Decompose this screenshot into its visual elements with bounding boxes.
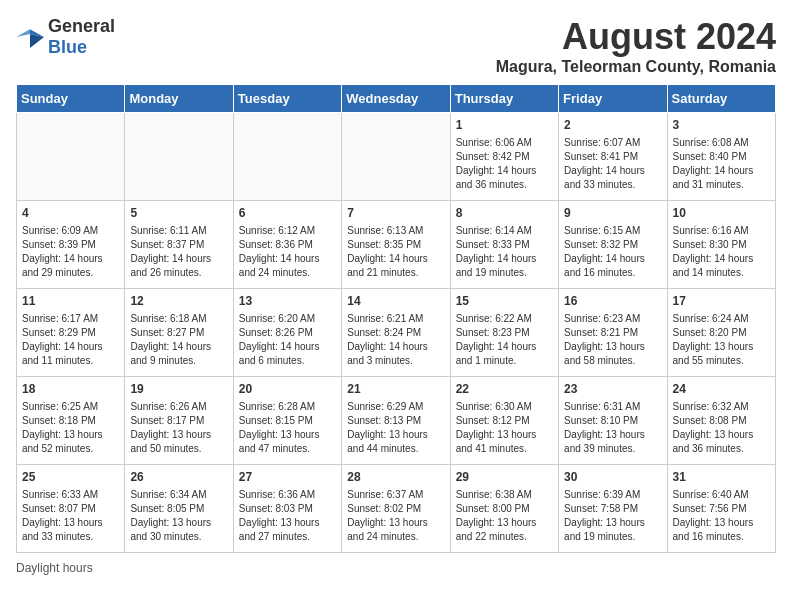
day-number: 5 bbox=[130, 205, 227, 222]
calendar-cell: 8Sunrise: 6:14 AM Sunset: 8:33 PM Daylig… bbox=[450, 201, 558, 289]
calendar-week-5: 25Sunrise: 6:33 AM Sunset: 8:07 PM Dayli… bbox=[17, 465, 776, 553]
calendar-cell: 12Sunrise: 6:18 AM Sunset: 8:27 PM Dayli… bbox=[125, 289, 233, 377]
calendar-cell: 20Sunrise: 6:28 AM Sunset: 8:15 PM Dayli… bbox=[233, 377, 341, 465]
calendar-cell: 10Sunrise: 6:16 AM Sunset: 8:30 PM Dayli… bbox=[667, 201, 775, 289]
day-info: Sunrise: 6:08 AM Sunset: 8:40 PM Dayligh… bbox=[673, 136, 770, 192]
day-number: 29 bbox=[456, 469, 553, 486]
day-number: 13 bbox=[239, 293, 336, 310]
day-number: 19 bbox=[130, 381, 227, 398]
calendar-cell: 22Sunrise: 6:30 AM Sunset: 8:12 PM Dayli… bbox=[450, 377, 558, 465]
day-info: Sunrise: 6:26 AM Sunset: 8:17 PM Dayligh… bbox=[130, 400, 227, 456]
day-info: Sunrise: 6:25 AM Sunset: 8:18 PM Dayligh… bbox=[22, 400, 119, 456]
calendar-cell: 19Sunrise: 6:26 AM Sunset: 8:17 PM Dayli… bbox=[125, 377, 233, 465]
day-info: Sunrise: 6:31 AM Sunset: 8:10 PM Dayligh… bbox=[564, 400, 661, 456]
day-info: Sunrise: 6:33 AM Sunset: 8:07 PM Dayligh… bbox=[22, 488, 119, 544]
day-info: Sunrise: 6:22 AM Sunset: 8:23 PM Dayligh… bbox=[456, 312, 553, 368]
day-info: Sunrise: 6:12 AM Sunset: 8:36 PM Dayligh… bbox=[239, 224, 336, 280]
day-info: Sunrise: 6:20 AM Sunset: 8:26 PM Dayligh… bbox=[239, 312, 336, 368]
day-number: 16 bbox=[564, 293, 661, 310]
sub-title: Magura, Teleorman County, Romania bbox=[496, 58, 776, 76]
day-number: 14 bbox=[347, 293, 444, 310]
calendar-body: 1Sunrise: 6:06 AM Sunset: 8:42 PM Daylig… bbox=[17, 113, 776, 553]
day-info: Sunrise: 6:30 AM Sunset: 8:12 PM Dayligh… bbox=[456, 400, 553, 456]
calendar-cell: 9Sunrise: 6:15 AM Sunset: 8:32 PM Daylig… bbox=[559, 201, 667, 289]
calendar-week-1: 1Sunrise: 6:06 AM Sunset: 8:42 PM Daylig… bbox=[17, 113, 776, 201]
day-info: Sunrise: 6:06 AM Sunset: 8:42 PM Dayligh… bbox=[456, 136, 553, 192]
day-info: Sunrise: 6:23 AM Sunset: 8:21 PM Dayligh… bbox=[564, 312, 661, 368]
calendar-cell: 29Sunrise: 6:38 AM Sunset: 8:00 PM Dayli… bbox=[450, 465, 558, 553]
calendar-cell bbox=[17, 113, 125, 201]
calendar-cell: 17Sunrise: 6:24 AM Sunset: 8:20 PM Dayli… bbox=[667, 289, 775, 377]
day-number: 12 bbox=[130, 293, 227, 310]
calendar-cell: 27Sunrise: 6:36 AM Sunset: 8:03 PM Dayli… bbox=[233, 465, 341, 553]
day-info: Sunrise: 6:38 AM Sunset: 8:00 PM Dayligh… bbox=[456, 488, 553, 544]
calendar-cell: 1Sunrise: 6:06 AM Sunset: 8:42 PM Daylig… bbox=[450, 113, 558, 201]
calendar-cell bbox=[125, 113, 233, 201]
day-info: Sunrise: 6:36 AM Sunset: 8:03 PM Dayligh… bbox=[239, 488, 336, 544]
calendar-cell: 28Sunrise: 6:37 AM Sunset: 8:02 PM Dayli… bbox=[342, 465, 450, 553]
calendar-cell: 5Sunrise: 6:11 AM Sunset: 8:37 PM Daylig… bbox=[125, 201, 233, 289]
weekday-header-sunday: Sunday bbox=[17, 85, 125, 113]
calendar-cell: 2Sunrise: 6:07 AM Sunset: 8:41 PM Daylig… bbox=[559, 113, 667, 201]
calendar-cell: 30Sunrise: 6:39 AM Sunset: 7:58 PM Dayli… bbox=[559, 465, 667, 553]
day-info: Sunrise: 6:14 AM Sunset: 8:33 PM Dayligh… bbox=[456, 224, 553, 280]
calendar-cell bbox=[233, 113, 341, 201]
day-info: Sunrise: 6:13 AM Sunset: 8:35 PM Dayligh… bbox=[347, 224, 444, 280]
day-info: Sunrise: 6:17 AM Sunset: 8:29 PM Dayligh… bbox=[22, 312, 119, 368]
title-block: August 2024 Magura, Teleorman County, Ro… bbox=[496, 16, 776, 76]
calendar-cell: 4Sunrise: 6:09 AM Sunset: 8:39 PM Daylig… bbox=[17, 201, 125, 289]
day-number: 25 bbox=[22, 469, 119, 486]
logo: General Blue bbox=[16, 16, 115, 58]
footer: Daylight hours bbox=[16, 561, 776, 575]
day-info: Sunrise: 6:40 AM Sunset: 7:56 PM Dayligh… bbox=[673, 488, 770, 544]
weekday-header-wednesday: Wednesday bbox=[342, 85, 450, 113]
calendar-week-2: 4Sunrise: 6:09 AM Sunset: 8:39 PM Daylig… bbox=[17, 201, 776, 289]
day-info: Sunrise: 6:07 AM Sunset: 8:41 PM Dayligh… bbox=[564, 136, 661, 192]
weekday-header-tuesday: Tuesday bbox=[233, 85, 341, 113]
day-info: Sunrise: 6:28 AM Sunset: 8:15 PM Dayligh… bbox=[239, 400, 336, 456]
day-number: 22 bbox=[456, 381, 553, 398]
day-number: 20 bbox=[239, 381, 336, 398]
day-info: Sunrise: 6:34 AM Sunset: 8:05 PM Dayligh… bbox=[130, 488, 227, 544]
day-number: 28 bbox=[347, 469, 444, 486]
calendar-week-3: 11Sunrise: 6:17 AM Sunset: 8:29 PM Dayli… bbox=[17, 289, 776, 377]
calendar-cell: 3Sunrise: 6:08 AM Sunset: 8:40 PM Daylig… bbox=[667, 113, 775, 201]
day-number: 21 bbox=[347, 381, 444, 398]
weekday-header-monday: Monday bbox=[125, 85, 233, 113]
calendar-cell: 24Sunrise: 6:32 AM Sunset: 8:08 PM Dayli… bbox=[667, 377, 775, 465]
calendar-cell bbox=[342, 113, 450, 201]
day-number: 27 bbox=[239, 469, 336, 486]
daylight-label: Daylight hours bbox=[16, 561, 93, 575]
calendar-header: SundayMondayTuesdayWednesdayThursdayFrid… bbox=[17, 85, 776, 113]
day-number: 23 bbox=[564, 381, 661, 398]
calendar-cell: 26Sunrise: 6:34 AM Sunset: 8:05 PM Dayli… bbox=[125, 465, 233, 553]
calendar-cell: 25Sunrise: 6:33 AM Sunset: 8:07 PM Dayli… bbox=[17, 465, 125, 553]
logo-general: General bbox=[48, 16, 115, 36]
day-info: Sunrise: 6:11 AM Sunset: 8:37 PM Dayligh… bbox=[130, 224, 227, 280]
day-number: 1 bbox=[456, 117, 553, 134]
day-info: Sunrise: 6:24 AM Sunset: 8:20 PM Dayligh… bbox=[673, 312, 770, 368]
calendar-cell: 13Sunrise: 6:20 AM Sunset: 8:26 PM Dayli… bbox=[233, 289, 341, 377]
day-info: Sunrise: 6:09 AM Sunset: 8:39 PM Dayligh… bbox=[22, 224, 119, 280]
day-number: 2 bbox=[564, 117, 661, 134]
day-number: 17 bbox=[673, 293, 770, 310]
day-number: 6 bbox=[239, 205, 336, 222]
day-info: Sunrise: 6:37 AM Sunset: 8:02 PM Dayligh… bbox=[347, 488, 444, 544]
calendar-week-4: 18Sunrise: 6:25 AM Sunset: 8:18 PM Dayli… bbox=[17, 377, 776, 465]
day-number: 9 bbox=[564, 205, 661, 222]
day-number: 8 bbox=[456, 205, 553, 222]
day-number: 11 bbox=[22, 293, 119, 310]
day-number: 30 bbox=[564, 469, 661, 486]
calendar-cell: 11Sunrise: 6:17 AM Sunset: 8:29 PM Dayli… bbox=[17, 289, 125, 377]
logo-blue: Blue bbox=[48, 37, 87, 57]
logo-icon bbox=[16, 26, 44, 48]
day-info: Sunrise: 6:32 AM Sunset: 8:08 PM Dayligh… bbox=[673, 400, 770, 456]
calendar-cell: 15Sunrise: 6:22 AM Sunset: 8:23 PM Dayli… bbox=[450, 289, 558, 377]
day-info: Sunrise: 6:18 AM Sunset: 8:27 PM Dayligh… bbox=[130, 312, 227, 368]
calendar-cell: 14Sunrise: 6:21 AM Sunset: 8:24 PM Dayli… bbox=[342, 289, 450, 377]
calendar-cell: 23Sunrise: 6:31 AM Sunset: 8:10 PM Dayli… bbox=[559, 377, 667, 465]
day-number: 4 bbox=[22, 205, 119, 222]
day-info: Sunrise: 6:29 AM Sunset: 8:13 PM Dayligh… bbox=[347, 400, 444, 456]
day-number: 10 bbox=[673, 205, 770, 222]
calendar-cell: 18Sunrise: 6:25 AM Sunset: 8:18 PM Dayli… bbox=[17, 377, 125, 465]
